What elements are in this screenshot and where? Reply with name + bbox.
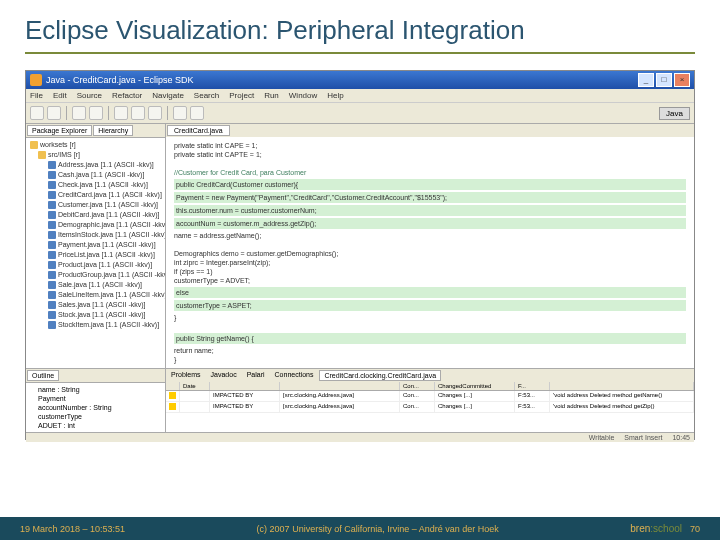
tab-hierarchy[interactable]: Hierarchy: [93, 125, 133, 136]
minimize-button[interactable]: _: [638, 73, 654, 87]
outline-item[interactable]: Payment: [28, 394, 163, 403]
run-button[interactable]: [89, 106, 103, 120]
warning-icon: [169, 392, 176, 399]
menu-refactor[interactable]: Refactor: [112, 91, 142, 100]
eclipse-ide: Java - CreditCard.java - Eclipse SDK _ □…: [25, 70, 695, 440]
bottom-tabs: Problems Javadoc Palari Connections Cred…: [166, 369, 694, 382]
outline-tab[interactable]: Outline: [27, 370, 59, 381]
status-writable: Writable: [589, 434, 615, 441]
menu-edit[interactable]: Edit: [53, 91, 67, 100]
tab-problems[interactable]: Problems: [167, 370, 205, 381]
statusbar: Writable Smart Insert 10:45: [26, 432, 694, 442]
impact-table: Date Con... ChangedCommitted F... IMPACT…: [166, 382, 694, 432]
eclipse-icon: [30, 74, 42, 86]
table-row[interactable]: IMPACTED BY [src.clocking.Address.java] …: [166, 402, 694, 413]
footer-date: 19 March 2018 – 10:53:51: [20, 524, 125, 534]
status-insert: Smart Insert: [624, 434, 662, 441]
bren-logo: bren:school: [630, 523, 682, 534]
package-explorer: Package Explorer Hierarchy worksets [r] …: [26, 124, 166, 368]
tab-connections[interactable]: Connections: [271, 370, 318, 381]
window-titlebar: Java - CreditCard.java - Eclipse SDK _ □…: [26, 71, 694, 89]
menu-help[interactable]: Help: [327, 91, 343, 100]
menu-search[interactable]: Search: [194, 91, 219, 100]
status-position: 10:45: [672, 434, 690, 441]
table-row[interactable]: IMPACTED BY [src.clocking.Address.java] …: [166, 391, 694, 402]
outline-item[interactable]: customerType: [28, 412, 163, 421]
footer-copyright: (c) 2007 University of California, Irvin…: [125, 524, 630, 534]
tb-btn[interactable]: [173, 106, 187, 120]
tab-javadoc[interactable]: Javadoc: [207, 370, 241, 381]
menu-source[interactable]: Source: [77, 91, 102, 100]
tb-btn[interactable]: [190, 106, 204, 120]
outline-item[interactable]: accountNumber : String: [28, 403, 163, 412]
tb-btn[interactable]: [131, 106, 145, 120]
tab-package-explorer[interactable]: Package Explorer: [27, 125, 92, 136]
editor-tab[interactable]: CreditCard.java: [167, 125, 230, 136]
page-number: 70: [690, 524, 700, 534]
menu-run[interactable]: Run: [264, 91, 279, 100]
menubar: File Edit Source Refactor Navigate Searc…: [26, 89, 694, 103]
close-button[interactable]: ×: [674, 73, 690, 87]
new-button[interactable]: [30, 106, 44, 120]
tb-btn[interactable]: [148, 106, 162, 120]
title-underline: [25, 52, 695, 54]
toolbar: Java: [26, 103, 694, 124]
perspective-switcher[interactable]: Java: [659, 107, 690, 120]
package-tree[interactable]: worksets [r] src/IMS [r] Address.java [1…: [26, 138, 165, 368]
menu-file[interactable]: File: [30, 91, 43, 100]
outline-item[interactable]: name : String: [28, 385, 163, 394]
menu-project[interactable]: Project: [229, 91, 254, 100]
tb-btn[interactable]: [114, 106, 128, 120]
menu-window[interactable]: Window: [289, 91, 317, 100]
slide-footer: 19 March 2018 – 10:53:51 (c) 2007 Univer…: [0, 517, 720, 540]
warning-icon: [169, 403, 176, 410]
tab-palari[interactable]: Palari: [243, 370, 269, 381]
window-title: Java - CreditCard.java - Eclipse SDK: [46, 75, 194, 85]
tab-creditcard[interactable]: CreditCard.clocking.CreditCard.java: [319, 370, 441, 381]
menu-navigate[interactable]: Navigate: [152, 91, 184, 100]
debug-button[interactable]: [72, 106, 86, 120]
outline-item[interactable]: ADUET : int: [28, 421, 163, 430]
outline-view: Outline name : String Payment accountNum…: [26, 369, 166, 432]
code-editor[interactable]: private static int CAPE = 1; private sta…: [166, 137, 694, 368]
slide-title: Eclipse Visualization: Peripheral Integr…: [25, 15, 695, 46]
maximize-button[interactable]: □: [656, 73, 672, 87]
save-button[interactable]: [47, 106, 61, 120]
